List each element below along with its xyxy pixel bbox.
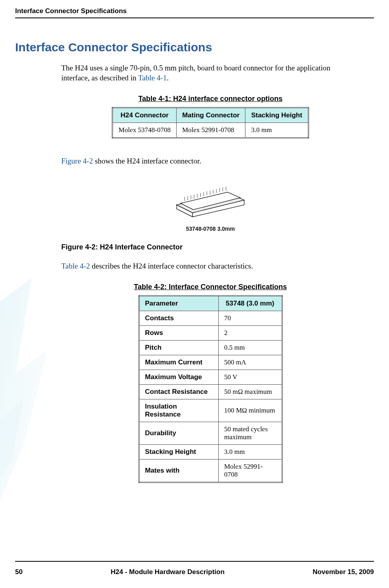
table-4-2-row-3: Maximum Current500 mA: [139, 355, 282, 370]
table-4-1-header-row: H24 Connector Mating Connector Stacking …: [113, 108, 309, 123]
table-4-1-th-0: H24 Connector: [113, 108, 177, 123]
table-4-1: H24 Connector Mating Connector Stacking …: [112, 107, 309, 138]
t42-p-2: Pitch: [139, 341, 218, 355]
table-4-1-row-0: Molex 53748-0708 Molex 52991-0708 3.0 mm: [113, 123, 309, 138]
t42-v-1: 2: [218, 326, 282, 341]
t42-v-7: 50 mated cycles maximum: [218, 422, 282, 445]
table-4-2-row-9: Mates withMolex 52991-0708: [139, 459, 282, 483]
t42-p-3: Maximum Current: [139, 355, 218, 370]
page-title: Interface Connector Specifications: [15, 41, 360, 54]
figure-4-2-block: 53748-0708 3.0mm: [61, 177, 360, 232]
table42-ref-paragraph: Table 4-2 describes the H24 interface co…: [61, 261, 360, 271]
xref-figure-4-2[interactable]: Figure 4-2: [61, 157, 93, 165]
figure-ref-text: shows the H24 interface connector.: [93, 157, 201, 165]
table-4-1-th-1: Mating Connector: [176, 108, 245, 123]
table-4-2-row-1: Rows2: [139, 326, 282, 341]
t42-p-7: Durability: [139, 422, 218, 445]
page-header: Interface Connector Specifications: [0, 0, 389, 18]
table-4-2-row-6: Insulation Resistance100 MΩ minimum: [139, 399, 282, 422]
header-section-title: Interface Connector Specifications: [15, 7, 127, 15]
t42-v-6: 100 MΩ minimum: [218, 399, 282, 422]
page-footer: 50 H24 - Module Hardware Description Nov…: [0, 568, 389, 576]
t42-p-0: Contacts: [139, 311, 218, 326]
intro-text-end: .: [167, 74, 169, 82]
table-4-2-row-5: Contact Resistance50 mΩ maximum: [139, 385, 282, 399]
table-4-1-cell-0-2: 3.0 mm: [245, 123, 308, 138]
table-4-2-row-0: Contacts70: [139, 311, 282, 326]
table-4-2-row-7: Durability50 mated cycles maximum: [139, 422, 282, 445]
footer-page-number: 50: [15, 568, 23, 576]
t42-v-8: 3.0 mm: [218, 445, 282, 459]
t42-v-5: 50 mΩ maximum: [218, 385, 282, 399]
footer-doc-title: H24 - Module Hardware Description: [111, 568, 224, 576]
figure-4-2-caption: Figure 4-2: H24 Interface Connector: [61, 243, 360, 251]
figure-ref-paragraph: Figure 4-2 shows the H24 interface conne…: [61, 156, 360, 166]
table-4-2-th-0: Parameter: [139, 296, 218, 311]
t42-p-1: Rows: [139, 326, 218, 341]
t42-v-2: 0.5 mm: [218, 341, 282, 355]
t42-v-4: 50 V: [218, 370, 282, 385]
t42-p-5: Contact Resistance: [139, 385, 218, 399]
table-4-2: Parameter 53748 (3.0 mm) Contacts70 Rows…: [138, 295, 283, 483]
t42-p-8: Stacking Height: [139, 445, 218, 459]
table-4-2-row-2: Pitch0.5 mm: [139, 341, 282, 355]
table-4-2-caption: Table 4-2: Interface Connector Specifica…: [61, 283, 360, 291]
t42-v-9: Molex 52991-0708: [218, 459, 282, 483]
figure-4-2-under-label: 53748-0708 3.0mm: [61, 226, 360, 232]
t42-p-4: Maximum Voltage: [139, 370, 218, 385]
table42-ref-text: describes the H24 interface connector ch…: [90, 262, 253, 270]
table-4-2-row-4: Maximum Voltage50 V: [139, 370, 282, 385]
t42-p-6: Insulation Resistance: [139, 399, 218, 422]
table-4-2-row-8: Stacking Height3.0 mm: [139, 445, 282, 459]
t42-v-3: 500 mA: [218, 355, 282, 370]
intro-text: The H24 uses a single 70-pin, 0.5 mm pit…: [61, 64, 330, 82]
table-4-1-cell-0-1: Molex 52991-0708: [176, 123, 245, 138]
connector-illustration: [169, 177, 252, 221]
t42-v-0: 70: [218, 311, 282, 326]
table-4-1-cell-0-0: Molex 53748-0708: [113, 123, 177, 138]
xref-table-4-1[interactable]: Table 4-1: [138, 74, 167, 82]
table-4-2-header-row: Parameter 53748 (3.0 mm): [139, 296, 282, 311]
intro-paragraph: The H24 uses a single 70-pin, 0.5 mm pit…: [61, 63, 360, 83]
table-4-1-th-2: Stacking Height: [245, 108, 308, 123]
t42-p-9: Mates with: [139, 459, 218, 483]
table-4-1-caption: Table 4-1: H24 interface connector optio…: [61, 95, 360, 103]
footer-rule: [15, 561, 374, 562]
table-4-2-th-1: 53748 (3.0 mm): [218, 296, 282, 311]
xref-table-4-2[interactable]: Table 4-2: [61, 262, 90, 270]
footer-date: November 15, 2009: [313, 568, 374, 576]
